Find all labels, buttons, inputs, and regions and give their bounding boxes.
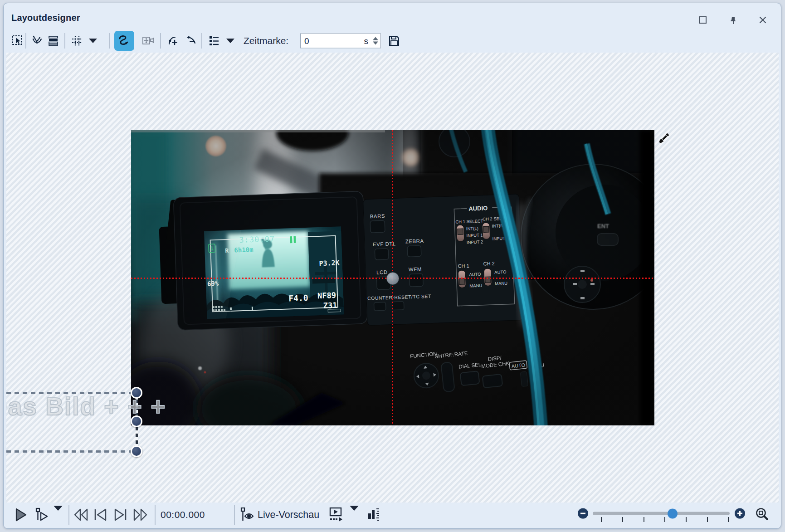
chevron-down-icon: [54, 506, 63, 518]
preview-quality-button[interactable]: [366, 507, 381, 522]
bottombar-separator: [234, 505, 235, 525]
center-handle[interactable]: [386, 272, 399, 285]
selection-bottom-edge[interactable]: [6, 450, 137, 453]
forward-button[interactable]: [132, 508, 148, 522]
close-button[interactable]: [758, 15, 768, 25]
bottom-bar: 00:00.000 Live-Vorschau: [4, 503, 781, 527]
zoom-out-icon: [580, 511, 586, 517]
grid-tool-dropdown[interactable]: [88, 32, 98, 49]
pin-icon: [728, 15, 737, 24]
play-options-dropdown[interactable]: [54, 511, 63, 519]
curve-select-tool-button[interactable]: [29, 32, 46, 49]
chevron-down-icon: [89, 39, 97, 43]
next-frame-icon: [112, 508, 128, 522]
camera-pan-tool-icon: [142, 35, 155, 47]
list-options-tool-icon: [208, 35, 220, 47]
previous-frame-icon: [93, 508, 108, 522]
selection-handle-bottom-right[interactable]: [131, 445, 142, 457]
chevron-down-icon: [226, 39, 234, 43]
live-preview-eye-icon: [240, 507, 255, 522]
maximize-icon: [698, 15, 707, 24]
play-icon: [14, 508, 28, 522]
layout-canvas[interactable]: 1 3:30.07 R 6h10m P3.2K 69% F4.0 NF89 Z3…: [6, 53, 779, 503]
zeitmarke-spinner: [373, 37, 378, 45]
next-frame-button[interactable]: [112, 508, 128, 522]
grid-tool-button[interactable]: [68, 32, 86, 49]
rewind-button[interactable]: [73, 508, 89, 522]
zeitmarke-input[interactable]: 0 s: [300, 34, 381, 49]
text-object[interactable]: Das Bild + + +: [6, 392, 166, 421]
draw-curve-tool-icon: [117, 34, 131, 48]
display-mode-dropdown[interactable]: [350, 511, 359, 519]
select-tool-button[interactable]: [9, 32, 26, 49]
toolbar-separator: [25, 33, 26, 49]
maximize-button[interactable]: [698, 15, 708, 25]
layer-stack-tool-icon: [48, 35, 59, 47]
toolbar-separator: [64, 33, 65, 49]
bottombar-separator: [68, 505, 69, 525]
curve-select-tool-icon: [32, 35, 44, 47]
save-icon: [388, 34, 400, 47]
grid-tool-icon: [71, 35, 83, 47]
remove-curve-point-tool-button[interactable]: [183, 32, 200, 49]
zoom-slider-track[interactable]: [593, 512, 730, 515]
selection-handle-top-right[interactable]: [131, 387, 142, 399]
titlebar: Layoutdesigner: [4, 3, 781, 29]
display-mode-icon: [328, 507, 344, 522]
remove-curve-point-tool-icon: [185, 35, 197, 47]
draw-curve-tool-button[interactable]: [114, 31, 134, 51]
close-icon: [758, 15, 767, 24]
zeitmarke-label: Zeitmarke:: [244, 35, 288, 46]
zoom-out-button[interactable]: [578, 508, 588, 519]
play-from-marker-icon: [35, 508, 51, 522]
select-tool-icon: [12, 35, 24, 47]
timestamp: 00:00.000: [161, 509, 205, 520]
live-preview-label: Live-Vorschau: [258, 509, 319, 521]
zoom-fit-button[interactable]: [755, 507, 770, 522]
save-button[interactable]: [385, 32, 403, 49]
window-controls: [698, 15, 768, 25]
display-mode-button[interactable]: [328, 507, 344, 522]
bottombar-separator: [155, 505, 156, 525]
preview-quality-icon: [366, 507, 381, 522]
zoom-fit-icon: [755, 507, 770, 522]
play-button[interactable]: [14, 508, 28, 522]
previous-frame-button[interactable]: [93, 508, 108, 522]
chevron-down-icon: [350, 506, 359, 518]
rewind-icon: [73, 508, 89, 522]
live-preview-toggle[interactable]: [240, 507, 255, 522]
pin-button[interactable]: [728, 15, 738, 25]
add-curve-point-tool-icon: [167, 35, 179, 47]
add-curve-point-tool-button[interactable]: [165, 32, 182, 49]
toolbar-separator: [160, 33, 161, 49]
toolbar: Zeitmarke: 0 s: [4, 29, 781, 53]
spin-down-icon[interactable]: [373, 42, 378, 45]
zoom-slider-ticks: [593, 517, 730, 522]
selection-handle-middle-right[interactable]: [131, 415, 142, 427]
window-title: Layoutdesigner: [11, 13, 80, 23]
camera-pan-tool-button[interactable]: [140, 32, 157, 49]
layer-stack-tool-button[interactable]: [45, 32, 62, 49]
toolbar-separator: [109, 33, 110, 49]
toolbar-separator: [201, 33, 202, 49]
list-options-dropdown[interactable]: [225, 32, 235, 49]
forward-icon: [132, 508, 148, 522]
zoom-in-button[interactable]: [735, 508, 745, 519]
zeitmarke-value: 0: [304, 36, 364, 46]
layoutdesigner-window: Layoutdesigner: [3, 3, 781, 529]
spin-up-icon[interactable]: [373, 37, 378, 40]
zoom-in-icon: [737, 511, 743, 517]
zeitmarke-unit: s: [364, 36, 369, 46]
play-from-marker-button[interactable]: [35, 508, 51, 522]
brush-cursor-icon: [655, 131, 671, 147]
list-options-tool-button[interactable]: [205, 32, 223, 49]
